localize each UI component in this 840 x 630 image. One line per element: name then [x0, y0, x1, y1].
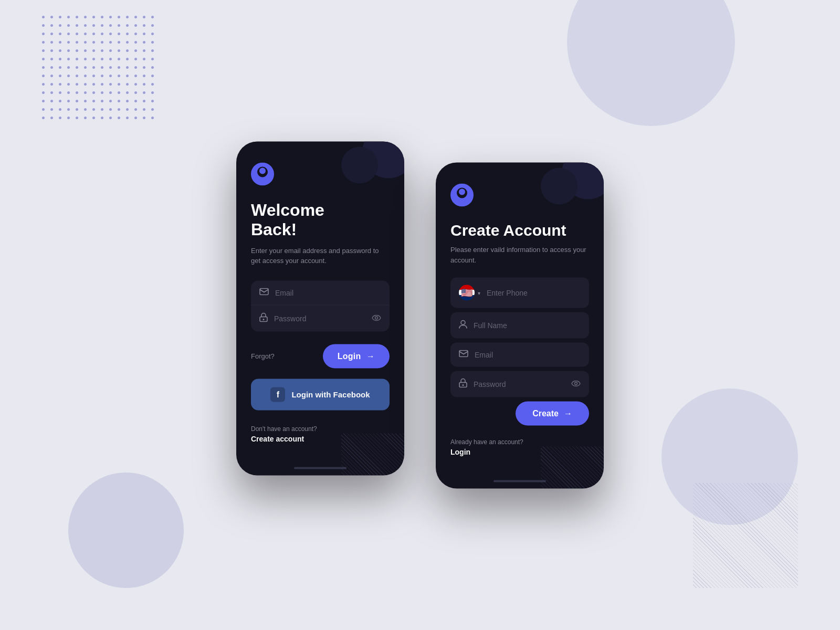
dot — [143, 117, 145, 119]
password-input-group — [251, 305, 390, 331]
dot — [59, 49, 61, 52]
create-arrow-icon: → — [564, 409, 572, 418]
svg-point-2 — [259, 168, 266, 174]
create-password-input[interactable] — [474, 380, 565, 388]
dot — [118, 117, 120, 119]
phone-input[interactable] — [487, 289, 581, 297]
dot — [109, 58, 112, 60]
fullname-input[interactable] — [474, 321, 581, 330]
dot — [84, 75, 87, 77]
svg-rect-11 — [459, 351, 468, 357]
dot — [76, 58, 78, 60]
dot — [151, 49, 154, 52]
dot — [118, 33, 120, 35]
already-prompt-text: Already have an account? — [450, 438, 589, 446]
forgot-label[interactable]: Forgot? — [251, 352, 275, 360]
eye-icon-2[interactable] — [571, 380, 581, 388]
dot — [118, 24, 120, 27]
dot — [109, 117, 112, 119]
dot — [59, 16, 61, 18]
create-button-row: Create → — [450, 402, 589, 426]
country-selector[interactable]: 🇺🇸 ▾ — [459, 285, 480, 301]
dot — [151, 41, 154, 44]
dot — [67, 58, 70, 60]
dot — [134, 58, 137, 60]
dot — [59, 33, 61, 35]
dot — [50, 33, 53, 35]
dot — [101, 66, 103, 69]
action-row: Forgot? Login → — [251, 344, 390, 368]
login-title: WelcomeBack! — [251, 201, 390, 239]
dot — [42, 24, 45, 27]
svg-rect-3 — [260, 288, 268, 295]
create-account-phone: Create Account Please enter vaild inform… — [436, 163, 604, 489]
login-button[interactable]: Login → — [323, 344, 390, 368]
dot — [134, 91, 137, 94]
dot — [134, 33, 137, 35]
dot — [67, 91, 70, 94]
dot — [50, 83, 53, 86]
phone1-deco-lines — [341, 433, 404, 475]
dot — [118, 108, 120, 111]
dot — [59, 75, 61, 77]
dot — [92, 41, 95, 44]
dot — [101, 75, 103, 77]
dot — [118, 83, 120, 86]
eye-icon[interactable] — [372, 314, 381, 322]
password-input[interactable] — [274, 314, 365, 322]
phone1-inner: WelcomeBack! Enter your email address an… — [236, 142, 404, 467]
dot — [67, 49, 70, 52]
phones-container: WelcomeBack! Enter your email address an… — [236, 142, 604, 489]
svg-point-9 — [459, 189, 465, 195]
dot — [101, 41, 103, 44]
dot — [101, 108, 103, 111]
dot — [59, 66, 61, 69]
dot — [50, 66, 53, 69]
dot — [126, 108, 129, 111]
dot — [92, 49, 95, 52]
dot — [126, 33, 129, 35]
dot — [101, 49, 103, 52]
email-input[interactable] — [275, 288, 381, 297]
flag-icon: 🇺🇸 — [459, 285, 475, 301]
dot — [101, 16, 103, 18]
dot — [76, 108, 78, 111]
dot — [84, 24, 87, 27]
dot — [76, 49, 78, 52]
dot — [84, 117, 87, 119]
phone2-home-indicator — [494, 480, 546, 482]
phone2-deco-lines — [541, 447, 604, 489]
dot — [92, 83, 95, 86]
dot — [50, 117, 53, 119]
login-button-label: Login — [338, 351, 361, 361]
dot — [42, 16, 45, 18]
dot — [76, 117, 78, 119]
dot — [59, 41, 61, 44]
dot — [84, 49, 87, 52]
facebook-login-button[interactable]: f Login with Facebook — [251, 379, 390, 410]
dot — [92, 66, 95, 69]
dot — [151, 24, 154, 27]
dot — [76, 41, 78, 44]
dot — [143, 58, 145, 60]
dot — [59, 58, 61, 60]
dot — [118, 75, 120, 77]
dot — [118, 16, 120, 18]
dot — [101, 83, 103, 86]
dot — [42, 49, 45, 52]
create-email-input[interactable] — [475, 351, 581, 359]
dot — [143, 16, 145, 18]
dot — [67, 33, 70, 35]
create-button-label: Create — [532, 409, 559, 418]
lock-icon-2 — [459, 379, 467, 390]
facebook-icon: f — [270, 387, 285, 402]
dot — [59, 100, 61, 102]
create-button[interactable]: Create → — [516, 402, 589, 426]
dot — [126, 58, 129, 60]
dot — [42, 91, 45, 94]
dot — [67, 108, 70, 111]
dot — [67, 83, 70, 86]
svg-point-10 — [461, 321, 465, 325]
flag-chevron-icon: ▾ — [478, 290, 480, 296]
dot — [76, 66, 78, 69]
